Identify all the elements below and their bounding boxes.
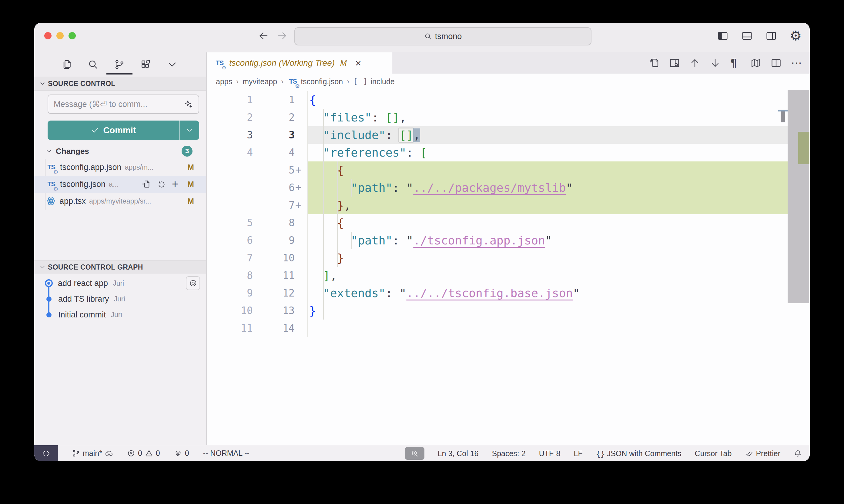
code-token: " (573, 287, 580, 300)
checkout-target-button[interactable] (186, 276, 200, 290)
added-line-plus (295, 320, 307, 337)
status-item-notifications[interactable] (794, 449, 802, 458)
commit-graph-list: add react app Juri add TS library Juri I… (34, 275, 206, 323)
status-bar: main*000-- NORMAL -- Ln 3, Col 16Spaces:… (34, 445, 810, 461)
discard-icon[interactable] (157, 180, 166, 189)
close-window-button[interactable] (44, 32, 52, 39)
commit-button[interactable]: Commit (48, 121, 199, 140)
status-item-cursor-tab[interactable]: Cursor Tab (695, 449, 732, 458)
breadcrumb-item[interactable]: [ ]include (353, 77, 395, 86)
code-editor[interactable]: 11{22 "files": [],33 "include": [],44 "r… (207, 89, 810, 445)
code-token: , (399, 111, 406, 124)
remote-indicator-button[interactable] (34, 445, 58, 462)
open-changes-icon[interactable] (649, 57, 660, 69)
status-text: -- NORMAL -- (203, 449, 249, 458)
close-tab-icon[interactable]: × (355, 58, 361, 68)
breadcrumb-item[interactable]: apps (216, 77, 232, 86)
status-item-eol[interactable]: LF (574, 449, 583, 458)
minimize-window-button[interactable] (56, 32, 64, 39)
stage-plus-icon[interactable]: + (172, 180, 181, 189)
changed-file-row[interactable]: TS⚙ tsconfig.app.json apps/m... M (34, 159, 206, 176)
code-line[interactable]: 6+ "path": "../../packages/mytslib" (207, 179, 788, 197)
back-arrow-icon[interactable] (258, 30, 269, 41)
arrow-down-icon[interactable] (710, 57, 721, 69)
source-control-graph-header[interactable]: SOURCE CONTROL GRAPH (34, 260, 206, 274)
editor-scrollbar[interactable] (788, 90, 809, 303)
preview-icon[interactable] (669, 57, 680, 69)
changed-file-row[interactable]: TS⚙ tsconfig.json a... + M (34, 176, 206, 193)
sparkle-icon[interactable] (184, 100, 193, 109)
code-line[interactable]: 7+ }, (207, 197, 788, 214)
old-line-number: 6 (207, 232, 253, 249)
code-token: } (309, 304, 316, 318)
split-editor-icon[interactable] (771, 57, 781, 69)
commit-row[interactable]: add TS library Juri (34, 291, 206, 307)
settings-gear-icon[interactable]: ⚙ (790, 30, 801, 41)
goto-file-icon[interactable] (142, 180, 151, 189)
code-line[interactable]: 5+ { (207, 161, 788, 179)
code-line[interactable]: 22 "files": [], (207, 109, 788, 126)
status-text: 0 (138, 449, 142, 458)
command-center-search[interactable]: tsmono (294, 27, 591, 46)
forward-arrow-icon[interactable] (277, 30, 288, 41)
commit-message-input[interactable]: Message (⌘⏎ to comm... (48, 94, 199, 114)
status-item-branch-status[interactable]: main* (72, 449, 113, 458)
layout-sidebar-right-icon[interactable] (765, 30, 777, 41)
code-line[interactable]: 69 "path": "./tsconfig.app.json" (207, 232, 788, 249)
status-item-language-mode[interactable]: {}JSON with Comments (596, 449, 682, 458)
cloud-upload-icon (105, 449, 113, 457)
new-line-number: 13 (253, 302, 295, 320)
status-item-formatter[interactable]: Prettier (745, 449, 780, 458)
breadcrumb-item[interactable]: TS⚙tsconfig.json (288, 76, 343, 87)
changed-file-row[interactable]: app.tsx apps/myviteapp/sr... M (34, 193, 206, 210)
status-item-encoding[interactable]: UTF-8 (539, 449, 561, 458)
activity-item-explorer[interactable] (61, 55, 72, 74)
code-line[interactable]: 1114 (207, 320, 788, 337)
code-token: } (337, 199, 344, 212)
code-line[interactable]: 58 { (207, 214, 788, 232)
old-line-number: 8 (207, 267, 253, 284)
new-line-number: 5 (253, 161, 295, 179)
status-item-ports[interactable]: 0 (174, 449, 189, 458)
commit-row[interactable]: Initial commit Juri (34, 307, 206, 323)
code-line[interactable]: 912 "extends": "../../tsconfig.base.json… (207, 284, 788, 302)
react-file-icon (46, 196, 56, 206)
added-line-plus (295, 144, 307, 161)
code-token: , (330, 269, 337, 282)
old-line-number: 11 (207, 320, 253, 337)
commit-row[interactable]: add react app Juri (34, 275, 206, 291)
status-text: Ln 3, Col 16 (438, 449, 479, 458)
status-item-problems[interactable]: 00 (127, 449, 160, 458)
code-line[interactable]: 33 "include": [], (207, 126, 788, 144)
code-line[interactable]: 44 "references": [ (207, 144, 788, 161)
chevron-down-icon (39, 80, 46, 87)
braces-icon: {} (596, 449, 604, 458)
status-item-indentation[interactable]: Spaces: 2 (492, 449, 526, 458)
zoom-window-button[interactable] (69, 32, 76, 39)
tab-tsconfig-working-tree[interactable]: TS⚙ tsconfig.json (Working Tree) M × (207, 52, 392, 74)
status-item-vim-mode[interactable]: -- NORMAL -- (203, 449, 249, 458)
changes-section-header[interactable]: Changes 3 (34, 145, 206, 158)
pilcrow-icon[interactable]: ¶ (730, 57, 741, 69)
more-icon[interactable]: ⋯ (791, 57, 802, 69)
code-line[interactable]: 710 } (207, 249, 788, 267)
map-icon[interactable] (750, 57, 761, 69)
activity-item-extensions[interactable] (140, 55, 151, 74)
arrow-up-icon[interactable] (689, 57, 700, 69)
code-line[interactable]: 811 ], (207, 267, 788, 284)
code-line[interactable]: 11{ (207, 91, 788, 109)
status-item-zoom-indicator[interactable] (405, 447, 425, 460)
activity-item-more-views-chevron[interactable] (167, 55, 178, 74)
layout-panel-icon[interactable] (741, 30, 753, 41)
activity-item-search[interactable] (88, 55, 99, 74)
status-item-cursor-position[interactable]: Ln 3, Col 16 (438, 449, 479, 458)
source-control-header[interactable]: SOURCE CONTROL (34, 77, 206, 91)
code-line[interactable]: 1013} (207, 302, 788, 320)
code-token: "files" (323, 111, 372, 124)
breadcrumb-item[interactable]: myviteapp (243, 77, 277, 86)
commit-dropdown-button[interactable] (179, 121, 199, 140)
layout-sidebar-left-icon[interactable] (717, 30, 728, 41)
code-line-content: } (307, 302, 788, 320)
activity-item-source-control[interactable] (114, 55, 125, 74)
new-line-number: 8 (253, 214, 295, 232)
